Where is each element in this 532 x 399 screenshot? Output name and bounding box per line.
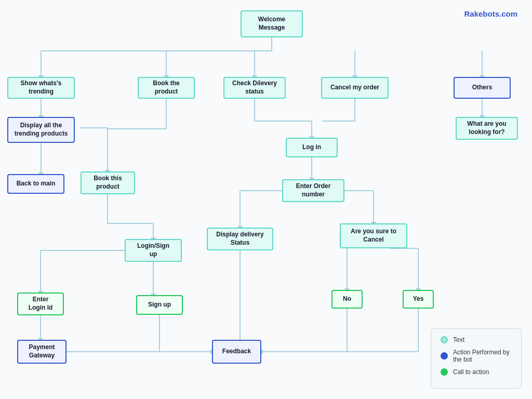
legend-dot-cta [441,368,448,376]
legend-dot-text [441,336,448,343]
node-login-signup: Login/Signup [125,239,182,262]
legend-item-action: Action Performed by the bot [441,349,512,363]
node-cancel-order: Cancel my order [321,77,389,99]
legend-item-text: Text [441,336,512,343]
node-welcome: WelcomeMessage [241,10,303,37]
node-are-you-sure: Are you sure toCancel [340,223,407,248]
legend: Text Action Performed by the bot Call to… [431,328,522,389]
node-display-delivery: Display deliveryStatus [207,228,273,250]
flowchart-canvas: Rakebots.com [0,0,532,399]
node-display-trending: Display all thetrending products [7,117,75,143]
node-check-delivery: Check Dileverystatus [223,77,286,99]
node-yes: Yes [403,290,434,309]
node-show-trending: Show whats's trending [7,77,75,99]
node-back-main: Back to main [7,174,64,194]
legend-label-action: Action Performed by the bot [453,349,512,363]
branding-label: Rakebots.com [464,9,517,18]
node-login: Log in [286,138,338,157]
node-payment-gateway: PaymentGateway [17,340,66,364]
legend-item-cta: Call to action [441,368,512,376]
node-what-looking: What are youlooking for? [456,117,518,140]
node-enter-order: Enter Ordernumber [282,179,344,202]
node-book-product: Book theproduct [138,77,195,99]
legend-label-cta: Call to action [453,368,489,376]
node-feedback: Feedback [212,340,261,364]
node-others: Others [454,77,511,99]
legend-label-text: Text [453,336,464,343]
node-sign-up: Sign up [136,295,183,315]
node-enter-login: EnterLogin Id [17,292,64,315]
node-no: No [331,290,363,309]
legend-dot-action [441,352,448,360]
node-book-this: Book thisproduct [81,171,135,194]
